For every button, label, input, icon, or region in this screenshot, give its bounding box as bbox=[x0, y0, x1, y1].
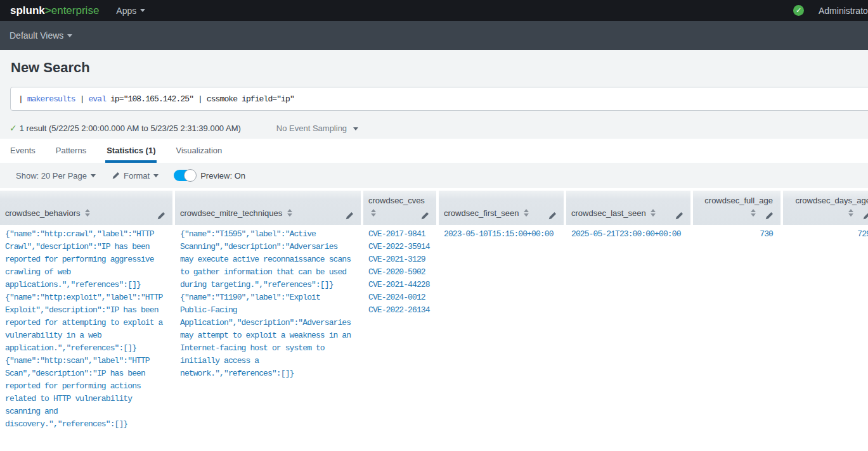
job-done-check-icon: ✓ bbox=[10, 124, 17, 132]
default-views-label: Default Views bbox=[10, 30, 63, 41]
column-header-crowdsec_last_seen[interactable]: crowdsec_last_seen bbox=[566, 191, 690, 225]
column-header-crowdsec_behaviors[interactable]: crowdsec_behaviors bbox=[0, 191, 172, 225]
query-token-command: eval bbox=[88, 94, 106, 104]
results-toolbar: Show: 20 Per Page Format Preview: On bbox=[0, 163, 868, 188]
results-table-head: crowdsec_behaviors crowdsec_mitre_techni… bbox=[0, 191, 868, 225]
apps-menu-label: Apps bbox=[116, 6, 136, 16]
cell-value[interactable]: CVE-2021-3129 bbox=[368, 253, 432, 266]
cell-value[interactable]: CVE-2022-35914 bbox=[368, 241, 432, 253]
column-header-label: crowdsec_last_seen bbox=[571, 208, 646, 218]
cell-value[interactable]: {"name":"http:crawl","label":"HTTP Crawl… bbox=[5, 228, 165, 291]
preview-status-label: Preview: On bbox=[200, 171, 245, 181]
cell-value[interactable]: 2025-05-21T23:00:00+00:00 bbox=[571, 228, 683, 241]
column-header-crowdsec_full_age[interactable]: crowdsec_full_age bbox=[693, 191, 781, 225]
tab-patterns[interactable]: Patterns bbox=[46, 139, 96, 163]
search-result-row: ✓ 1 result (5/22/25 2:00:00.000 AM to 5/… bbox=[10, 124, 868, 132]
sort-icon[interactable] bbox=[751, 209, 756, 217]
default-views-menu[interactable]: Default Views bbox=[10, 30, 72, 41]
column-header-label: crowdsec_mitre_techniques bbox=[180, 208, 282, 218]
event-sampling-menu[interactable]: No Event Sampling bbox=[276, 124, 358, 133]
sort-icon[interactable] bbox=[848, 209, 854, 217]
cell-value[interactable]: CVE-2024-0012 bbox=[368, 291, 432, 304]
chevron-down-icon bbox=[91, 174, 96, 177]
user-menu[interactable]: Administrator bbox=[819, 6, 868, 16]
tab-label: Events bbox=[10, 139, 36, 163]
splunk-logo[interactable]: splunk>enterprise bbox=[10, 4, 99, 17]
cell-crowdsec_first_seen: 2023-05-10T15:15:00+00:00 bbox=[439, 225, 564, 436]
column-header-label: crowdsec_full_age bbox=[704, 196, 773, 205]
results-table: crowdsec_behaviors crowdsec_mitre_techni… bbox=[0, 191, 868, 436]
format-menu[interactable]: Format bbox=[112, 171, 159, 181]
chevron-down-icon bbox=[140, 9, 145, 12]
query-token-plain: | bbox=[18, 94, 27, 104]
cell-crowdsec_full_age: 730 bbox=[693, 225, 781, 436]
show-per-page-menu[interactable]: Show: 20 Per Page bbox=[16, 171, 96, 181]
edit-column-pencil-icon[interactable] bbox=[421, 212, 429, 220]
edit-column-pencil-icon[interactable] bbox=[346, 212, 354, 220]
sort-icon[interactable] bbox=[524, 209, 529, 217]
cell-value[interactable]: CVE-2020-5902 bbox=[368, 266, 432, 279]
health-check-icon[interactable]: ✓ bbox=[793, 5, 804, 16]
column-header-label: crowdsec_days_age bbox=[795, 196, 868, 205]
column-header-crowdsec_days_age[interactable]: crowdsec_days_age bbox=[783, 191, 868, 225]
chevron-down-icon bbox=[153, 174, 159, 177]
column-header-crowdsec_mitre_techniques[interactable]: crowdsec_mitre_techniques bbox=[175, 191, 361, 225]
tab-label: Patterns bbox=[56, 139, 86, 163]
edit-column-pencil-icon[interactable] bbox=[863, 212, 868, 220]
chevron-down-icon bbox=[67, 34, 72, 37]
show-per-page-label: Show: 20 Per Page bbox=[16, 171, 87, 181]
search-query-input[interactable]: | makeresults | eval ip="108.165.142.25"… bbox=[18, 94, 294, 104]
apps-menu[interactable]: Apps bbox=[116, 6, 145, 16]
cell-crowdsec_cves: CVE-2017-9841CVE-2022-35914CVE-2021-3129… bbox=[363, 225, 436, 436]
format-label: Format bbox=[124, 171, 150, 181]
tab-events[interactable]: Events bbox=[0, 139, 46, 163]
page-title: New Search bbox=[11, 60, 868, 75]
edit-column-pencil-icon[interactable] bbox=[675, 212, 683, 220]
edit-column-pencil-icon[interactable] bbox=[765, 212, 774, 220]
results-table-wrap: crowdsec_behaviors crowdsec_mitre_techni… bbox=[0, 191, 868, 436]
result-summary: 1 result (5/22/25 2:00:00.000 AM to 5/23… bbox=[20, 124, 241, 133]
cell-crowdsec_last_seen: 2025-05-21T23:00:00+00:00 bbox=[566, 225, 690, 436]
query-token-command: makeresults bbox=[27, 94, 75, 104]
tab-visualization[interactable]: Visualization bbox=[165, 139, 232, 163]
column-header-label: crowdsec_behaviors bbox=[5, 208, 81, 218]
column-header-crowdsec_cves[interactable]: crowdsec_cves bbox=[363, 191, 436, 225]
cell-crowdsec_mitre_techniques: {"name":"T1595","label":"Active Scanning… bbox=[175, 225, 361, 436]
sort-icon[interactable] bbox=[371, 209, 377, 217]
cell-crowdsec_days_age: 729 bbox=[783, 225, 868, 436]
cell-crowdsec_behaviors: {"name":"http:crawl","label":"HTTP Crawl… bbox=[0, 225, 172, 436]
search-section: New Search | makeresults | eval ip="108.… bbox=[0, 50, 868, 139]
tab-statistics-1[interactable]: Statistics (1) bbox=[96, 139, 165, 163]
cell-value[interactable]: CVE-2017-9841 bbox=[368, 228, 432, 241]
search-bar[interactable]: | makeresults | eval ip="108.165.142.25"… bbox=[10, 87, 868, 111]
sort-icon[interactable] bbox=[85, 209, 91, 217]
logo-splunk-text: splunk bbox=[10, 4, 45, 16]
sort-icon[interactable] bbox=[651, 209, 656, 217]
toggle-knob bbox=[184, 169, 197, 182]
cell-value[interactable]: 729 bbox=[788, 228, 868, 241]
cell-value[interactable]: {"name":"T1190","label":"Exploit Public-… bbox=[180, 291, 353, 380]
top-bar: splunk>enterprise Apps ✓ Administrator bbox=[0, 0, 868, 21]
chevron-down-icon bbox=[353, 127, 358, 130]
edit-column-pencil-icon[interactable] bbox=[157, 212, 165, 220]
column-header-label: crowdsec_cves bbox=[368, 196, 425, 205]
column-header-crowdsec_first_seen[interactable]: crowdsec_first_seen bbox=[439, 191, 564, 225]
cell-value[interactable]: CVE-2021-44228 bbox=[368, 279, 432, 291]
pencil-icon bbox=[112, 172, 120, 179]
topbar-right-group: ✓ Administrator bbox=[793, 0, 868, 21]
event-sampling-label: No Event Sampling bbox=[276, 124, 347, 133]
logo-product-text: enterprise bbox=[51, 4, 100, 16]
table-row: {"name":"http:crawl","label":"HTTP Crawl… bbox=[0, 225, 868, 436]
cell-value[interactable]: 2023-05-10T15:15:00+00:00 bbox=[444, 228, 556, 241]
query-token-plain: | bbox=[75, 94, 89, 104]
edit-column-pencil-icon[interactable] bbox=[548, 212, 557, 220]
tab-label: Visualization bbox=[176, 139, 222, 163]
cell-value[interactable]: {"name":"T1595","label":"Active Scanning… bbox=[180, 228, 353, 291]
query-token-plain: ip="108.165.142.25" | cssmoke ipfield="i… bbox=[106, 94, 294, 104]
sort-icon[interactable] bbox=[287, 209, 293, 217]
cell-value[interactable]: 730 bbox=[698, 228, 773, 241]
preview-toggle[interactable] bbox=[174, 170, 195, 181]
cell-value[interactable]: {"name":"http:exploit","label":"HTTP Exp… bbox=[5, 291, 165, 355]
cell-value[interactable]: {"name":"http:scan","label":"HTTP Scan",… bbox=[5, 355, 165, 431]
cell-value[interactable]: CVE-2022-26134 bbox=[368, 304, 432, 317]
